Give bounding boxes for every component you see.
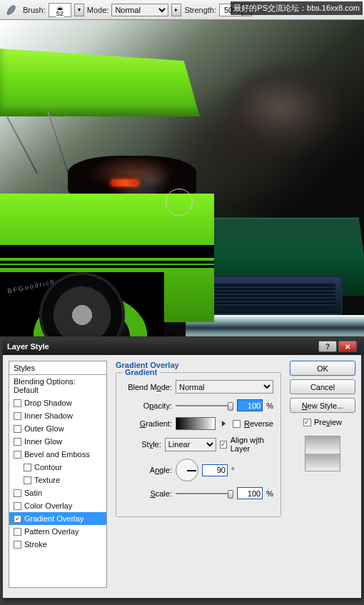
scale-pct: % — [266, 489, 273, 498]
mode-label: Mode: — [87, 6, 109, 14]
canvas-car-grille — [200, 276, 343, 315]
brush-preset-picker[interactable]: 52 — [49, 3, 71, 17]
gradient-picker[interactable] — [176, 417, 216, 430]
gradient-overlay-check[interactable]: ✓ — [14, 515, 21, 523]
gradient-legend: Gradient — [122, 368, 160, 376]
align-label: Align with Layer — [231, 436, 273, 453]
angle-deg: ° — [231, 466, 234, 474]
opacity-slider[interactable] — [176, 400, 233, 411]
scale-label: Scale: — [123, 489, 172, 498]
drop-shadow-item[interactable]: Drop Shadow — [9, 396, 106, 409]
reverse-label: Reverse — [244, 419, 273, 428]
angle-label: Angle: — [123, 466, 172, 474]
layer-style-dialog: Layer Style ? ✕ Styles Blending Options:… — [2, 337, 362, 599]
styles-header[interactable]: Styles — [9, 361, 107, 375]
styles-list: Blending Options: Default Drop Shadow In… — [9, 375, 107, 588]
image-canvas[interactable]: BFGoodrich — [0, 20, 364, 336]
texture-item[interactable]: Texture — [9, 474, 106, 486]
dialog-title-bar[interactable]: Layer Style ? ✕ — [3, 338, 361, 355]
reverse-check[interactable] — [233, 420, 241, 428]
color-overlay-item[interactable]: Color Overlay — [9, 499, 106, 512]
dialog-buttons: OK Cancel New Style... ✓ Preview — [290, 361, 355, 588]
contour-item[interactable]: Contour — [9, 461, 106, 474]
inner-glow-item[interactable]: Inner Glow — [9, 435, 106, 448]
close-button[interactable]: ✕ — [338, 341, 357, 352]
style-label: Style: — [123, 440, 161, 449]
cancel-button[interactable]: Cancel — [290, 379, 355, 394]
texture-check[interactable] — [24, 476, 31, 484]
bevel-item[interactable]: Bevel and Emboss — [9, 448, 106, 461]
brush-cursor-icon — [166, 189, 193, 216]
ok-button[interactable]: OK — [290, 361, 355, 376]
new-style-button[interactable]: New Style... — [290, 398, 355, 413]
color-overlay-check[interactable] — [14, 502, 21, 510]
pattern-overlay-check[interactable] — [14, 528, 21, 536]
pattern-overlay-item[interactable]: Pattern Overlay — [9, 525, 106, 538]
dialog-title: Layer Style — [7, 342, 49, 351]
outer-glow-check[interactable] — [14, 425, 21, 433]
preview-swatch — [305, 436, 340, 471]
strength-label: Strength: — [184, 6, 216, 14]
style-select[interactable]: Linear — [165, 438, 216, 451]
inner-shadow-check[interactable] — [14, 412, 21, 420]
settings-panel: Gradient Overlay Gradient Blend Mode: No… — [113, 361, 284, 588]
gradient-overlay-item[interactable]: ✓Gradient Overlay — [9, 512, 106, 525]
bevel-check[interactable] — [14, 451, 21, 459]
brush-label: Brush: — [23, 6, 46, 14]
watermark: 最好的PS交流论坛：bbs.16xx8.com — [231, 1, 363, 15]
satin-item[interactable]: Satin — [9, 486, 106, 499]
gradient-fieldset: Gradient Blend Mode: Normal Opacity: % G… — [116, 372, 281, 517]
opacity-pct: % — [266, 401, 273, 410]
preview-check[interactable]: ✓ — [303, 419, 311, 426]
contour-check[interactable] — [24, 464, 31, 471]
smudge-tool-icon[interactable] — [3, 1, 20, 19]
angle-dial[interactable] — [176, 459, 198, 481]
mode-extra-icon[interactable]: ▸ — [171, 4, 181, 16]
brush-size-value: 52 — [56, 10, 64, 17]
gradient-label: Gradient: — [123, 419, 172, 428]
drop-shadow-check[interactable] — [14, 399, 21, 407]
brush-picker-arrow-icon[interactable]: ▾ — [74, 4, 84, 16]
opacity-label: Opacity: — [123, 401, 172, 410]
opacity-input[interactable] — [237, 399, 263, 411]
angle-input[interactable] — [202, 464, 228, 476]
blending-options-item[interactable]: Blending Options: Default — [9, 375, 106, 396]
scale-slider[interactable] — [176, 488, 233, 499]
inner-shadow-item[interactable]: Inner Shadow — [9, 409, 106, 422]
stroke-check[interactable] — [14, 541, 21, 549]
stroke-item[interactable]: Stroke — [9, 538, 106, 551]
outer-glow-item[interactable]: Outer Glow — [9, 422, 106, 435]
help-button[interactable]: ? — [318, 341, 337, 352]
styles-column: Styles Blending Options: Default Drop Sh… — [9, 361, 107, 588]
blend-mode-label: Blend Mode: — [123, 383, 172, 391]
mode-select[interactable]: Normal — [111, 4, 168, 16]
preview-label: Preview — [314, 418, 342, 426]
scale-input[interactable] — [237, 487, 263, 499]
satin-check[interactable] — [14, 489, 21, 497]
inner-glow-check[interactable] — [14, 438, 21, 446]
blend-mode-select[interactable]: Normal — [176, 380, 273, 394]
align-check[interactable]: ✓ — [220, 441, 227, 449]
